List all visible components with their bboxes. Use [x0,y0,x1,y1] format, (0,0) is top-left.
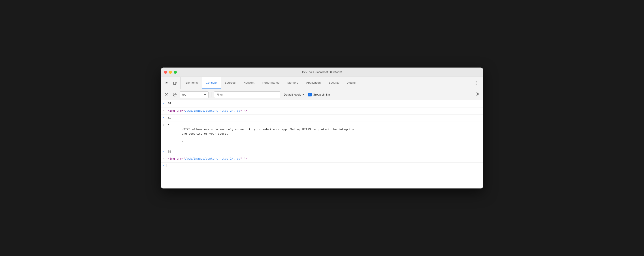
devtools-panel: Elements Console Sources Network Perform… [161,77,483,188]
tab-application[interactable]: Application [302,77,325,89]
title-bar: DevTools - localhost:8080/web/ [161,68,483,77]
inspector-icon[interactable] [164,80,170,86]
console-entry: › $1 [161,148,483,156]
console-entry-content: " HTTPS allows users to securely connect… [168,123,481,145]
html-link[interactable]: /web/images/content-https-2x.jpg [185,109,240,112]
more-tabs-button[interactable] [469,77,483,89]
html-link[interactable]: /web/images/content-https-2x.jpg [185,157,240,160]
tab-console[interactable]: Console [202,77,221,89]
tab-audits[interactable]: Audits [344,77,360,89]
device-toggle-icon[interactable] [172,80,178,86]
tab-elements[interactable]: Elements [182,77,202,89]
checkbox-icon[interactable]: ✓ [308,93,312,96]
console-entry-content: <img src="/web/images/content-https-2x.j… [168,109,481,113]
clear-console-icon[interactable] [163,91,170,98]
tab-network[interactable]: Network [240,77,258,89]
group-similar-checkbox[interactable]: ✓ Group similar [308,93,330,96]
svg-point-5 [476,84,476,85]
output-arrow: ‹ [163,157,166,160]
tab-bar-icons [162,77,180,89]
console-entry: ‹ " HTTPS allows users to securely conne… [161,122,483,148]
tab-sources[interactable]: Sources [221,77,240,89]
console-entry: › $0 [161,114,483,122]
console-entry: ‹ <img src="/web/images/content-https-2x… [161,155,483,163]
console-entry: ‹ <img src="/web/images/content-https-2x… [161,108,483,115]
svg-marker-10 [302,94,304,95]
filter-input[interactable] [214,91,280,98]
output-arrow: ‹ [163,123,166,127]
output-arrow: ‹ [163,109,166,112]
maximize-button[interactable] [174,70,177,74]
svg-rect-1 [176,82,177,84]
tab-security[interactable]: Security [325,77,344,89]
console-output: › $0 ‹ <img src="/web/images/content-htt… [161,100,483,188]
console-toolbar: top Default levels ✓ Group similar [161,89,483,100]
window-title: DevTools - localhost:8080/web/ [302,70,342,74]
console-input-row[interactable]: › [161,163,483,168]
console-entry-content: <img src="/web/images/content-https-2x.j… [168,157,481,161]
minimize-button[interactable] [169,70,172,74]
no-entry-icon[interactable] [172,91,178,98]
cursor [166,164,166,167]
svg-point-3 [476,81,476,82]
levels-button[interactable]: Default levels [282,91,306,98]
input-caret-icon: › [163,164,164,167]
console-entry-content: $0 [168,102,481,106]
tab-memory[interactable]: Memory [284,77,302,89]
console-entry: › $0 [161,100,483,108]
settings-icon[interactable] [475,91,481,98]
console-entry-content: $0 [168,116,481,120]
svg-marker-6 [165,93,168,96]
input-arrow: › [163,102,166,105]
context-selector[interactable]: top [180,91,208,98]
console-entry-content: $1 [168,150,481,154]
toolbar-divider [211,92,212,97]
devtools-window: DevTools - localhost:8080/web/ [161,68,483,188]
traffic-lights [164,70,177,74]
svg-point-4 [476,82,476,84]
svg-marker-9 [204,94,206,95]
tab-performance[interactable]: Performance [258,77,284,89]
input-arrow: › [163,150,166,153]
more-icon[interactable] [472,80,480,86]
tab-bar: Elements Console Sources Network Perform… [161,77,483,89]
svg-point-11 [477,93,478,95]
input-arrow: › [163,116,166,120]
close-button[interactable] [164,70,167,74]
